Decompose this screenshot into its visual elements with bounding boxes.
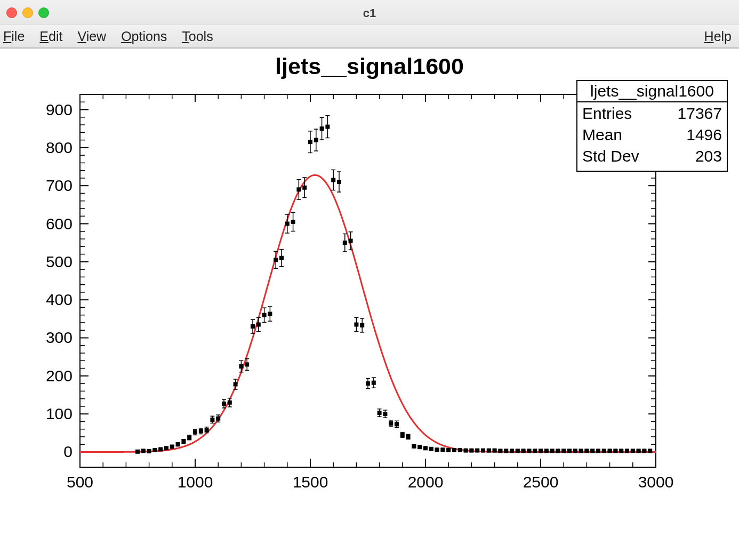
svg-rect-443 [556,449,560,453]
y-tick-label: 900 [46,101,73,118]
svg-rect-179 [176,442,180,446]
svg-rect-287 [331,178,335,182]
svg-rect-231 [251,324,255,329]
svg-rect-183 [181,439,186,443]
x-tick-label: 2000 [408,473,444,491]
x-tick-label: 500 [67,473,93,491]
svg-rect-447 [561,449,566,453]
svg-rect-359 [435,447,439,452]
svg-rect-171 [164,446,168,450]
svg-rect-439 [550,449,555,453]
svg-rect-283 [325,125,330,129]
svg-rect-403 [498,449,502,453]
plot-svg: ljets__signal160050010001500200025003000… [0,49,739,559]
svg-rect-251 [279,256,284,260]
svg-rect-387 [475,449,479,453]
y-tick-label: 0 [63,443,73,460]
svg-rect-499 [637,449,641,453]
menu-tools[interactable]: Tools [182,29,213,44]
menu-edit[interactable]: Edit [39,29,62,44]
svg-rect-339 [406,435,411,439]
svg-rect-247 [274,258,278,262]
menu-help[interactable]: Help [704,29,732,44]
svg-rect-271 [308,140,312,144]
svg-rect-323 [383,412,387,416]
svg-rect-243 [268,312,272,316]
svg-rect-315 [372,381,376,385]
svg-rect-475 [602,449,606,453]
svg-rect-367 [446,448,451,452]
svg-rect-467 [590,449,595,453]
x-tick-label: 2500 [523,473,559,491]
svg-rect-167 [158,447,163,451]
svg-rect-375 [458,448,462,452]
svg-rect-219 [234,382,238,387]
y-tick-label: 500 [46,253,73,270]
svg-rect-463 [584,449,589,453]
svg-rect-327 [389,421,393,426]
svg-rect-299 [349,239,353,243]
x-tick-label: 1500 [293,473,328,491]
stats-value: 203 [695,147,722,165]
svg-rect-407 [504,449,508,453]
svg-rect-347 [417,445,422,449]
svg-rect-311 [366,381,370,386]
svg-rect-427 [533,449,537,453]
y-tick-label: 400 [46,291,73,308]
chart-title: ljets__signal1600 [275,53,464,79]
svg-rect-239 [262,313,267,317]
svg-rect-455 [573,449,577,453]
stats-value: 17367 [678,105,722,122]
svg-rect-255 [285,222,290,226]
canvas-area[interactable]: ljets__signal160050010001500200025003000… [0,49,739,559]
svg-rect-355 [429,447,433,451]
svg-rect-331 [395,422,399,426]
y-tick-label: 200 [46,367,73,385]
svg-rect-435 [544,449,549,453]
stats-name: ljets__signal1600 [590,82,714,100]
svg-rect-191 [193,430,197,434]
svg-rect-431 [539,449,543,453]
svg-rect-459 [579,449,583,453]
svg-rect-203 [210,418,214,422]
svg-rect-227 [245,362,249,366]
svg-rect-343 [412,444,416,449]
svg-rect-155 [141,449,146,453]
svg-rect-195 [199,429,203,433]
svg-rect-267 [302,186,307,190]
svg-rect-395 [487,449,491,453]
svg-rect-451 [567,449,572,453]
svg-rect-175 [170,444,174,449]
stats-label: Mean [582,126,622,143]
svg-rect-335 [400,433,405,437]
svg-rect-295 [343,241,347,245]
svg-rect-303 [354,323,358,327]
svg-rect-275 [314,138,318,142]
svg-rect-235 [256,323,261,327]
svg-rect-223 [239,364,243,369]
menu-file[interactable]: File [3,29,25,44]
svg-rect-379 [464,449,468,453]
menu-options[interactable]: Options [121,29,167,44]
plot-frame [80,94,656,467]
y-tick-label: 600 [46,215,73,233]
svg-rect-419 [521,449,526,453]
svg-rect-187 [187,435,191,439]
fit-curve [80,175,656,452]
svg-rect-211 [222,402,226,406]
stats-label: Std Dev [582,147,639,165]
menu-view[interactable]: View [77,29,106,44]
x-tick-label: 1000 [178,473,213,491]
svg-rect-279 [320,126,324,131]
window-titlebar: c1 [0,0,739,25]
y-tick-label: 100 [46,405,73,422]
svg-rect-319 [377,411,382,415]
svg-rect-495 [631,449,635,453]
svg-rect-207 [216,417,220,421]
stats-label: Entries [582,105,632,122]
svg-rect-259 [291,220,295,224]
y-tick-label: 700 [46,177,73,194]
svg-rect-371 [452,448,456,452]
svg-rect-263 [296,187,301,191]
svg-rect-363 [440,447,445,452]
